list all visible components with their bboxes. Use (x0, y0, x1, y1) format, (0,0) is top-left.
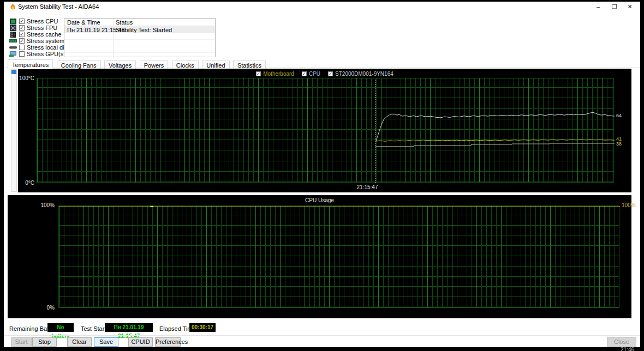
usage-max-label-right: 100% (622, 202, 636, 208)
log-header-datetime[interactable]: Date & Time (67, 19, 100, 26)
log-header-status[interactable]: Status (116, 19, 133, 26)
y-axis-max-label: 100°C (18, 75, 34, 81)
stress-fpu-label: Stress FPU (27, 25, 57, 31)
legend-disk-checkbox[interactable]: ✓ (328, 71, 333, 76)
stress-fpu-row: ✓ Stress FPU (9, 25, 57, 31)
legend-cpu-checkbox[interactable]: ✓ (302, 71, 307, 76)
save-button[interactable]: Save (94, 337, 118, 347)
legend-cpu-label: CPU (309, 71, 320, 77)
disk-icon (9, 45, 17, 51)
cpu-value-label: 64 (616, 113, 622, 118)
close-button[interactable]: Close (607, 337, 636, 347)
stress-fpu-checkbox[interactable]: ✓ (19, 25, 25, 31)
cpuid-button[interactable]: CPUID (128, 337, 153, 347)
tab-unified[interactable]: Unified (202, 60, 229, 69)
temperature-series-lines (375, 78, 615, 183)
y-axis-min-label: 0°C (18, 180, 34, 186)
test-started-value: Пн 21.01.19 21:15:47 (105, 323, 153, 332)
event-log-list[interactable]: Date & Time Status Пн 21.01.19 21:15:48 … (64, 18, 216, 57)
temperature-chart: ✓ Motherboard ✓ CPU ✓ ST2000DM001-9YN164… (18, 69, 631, 192)
remaining-battery-value: No battery (47, 323, 74, 332)
tab-statistics[interactable]: Statistics (233, 60, 266, 69)
stress-cpu-row: ✓ Stress CPU (9, 18, 58, 25)
cpu-usage-title: CPU Usage (8, 197, 631, 203)
stress-cache-row: ✓ Stress cache (9, 31, 62, 38)
tab-strip: Temperatures Cooling Fans Voltages Power… (4, 59, 640, 68)
gpu-icon (9, 51, 17, 57)
title-bar: System Stability Test - AIDA64 – ❐ ✕ (4, 2, 640, 12)
legend-disk-label: ST2000DM001-9YN164 (335, 71, 393, 77)
usage-min-label-left: 0% (27, 305, 55, 311)
stress-memory-checkbox[interactable]: ✓ (19, 38, 25, 44)
log-header: Date & Time Status (64, 19, 215, 26)
elapsed-time-value: 00:30:17 (189, 323, 216, 332)
log-cell-status: Stability Test: Started (116, 27, 172, 33)
temperature-plot-area (37, 78, 614, 183)
legend-item-motherboard: ✓ Motherboard (256, 71, 294, 77)
start-button[interactable]: Start (11, 337, 32, 347)
preferences-button[interactable]: Preferences (155, 337, 181, 347)
legend-motherboard-checkbox[interactable]: ✓ (256, 71, 261, 76)
cpu-usage-chart: CPU Usage 100% 100% 0% (8, 195, 631, 318)
clear-button[interactable]: Clear (67, 337, 92, 347)
stress-gpu-row: Stress GPU(s) (9, 51, 65, 57)
maximize-button[interactable]: ❐ (606, 2, 623, 12)
test-start-marker-time: 21:15:47 (345, 184, 389, 190)
log-empty-row (64, 40, 215, 46)
window-title: System Stability Test - AIDA64 (18, 3, 99, 10)
stress-gpu-label: Stress GPU(s) (27, 51, 65, 57)
memory-icon (9, 38, 17, 44)
legend-motherboard-label: Motherboard (263, 71, 294, 77)
cpu-icon (9, 19, 17, 25)
log-row[interactable]: Пн 21.01.19 21:15:48 Stability Test: Sta… (64, 26, 215, 33)
tab-voltages[interactable]: Voltages (104, 60, 136, 69)
tab-powers[interactable]: Powers (140, 60, 169, 69)
button-divider (4, 335, 640, 336)
chart-scale-scrollbar[interactable] (11, 69, 17, 192)
fpu-icon (9, 25, 17, 31)
cache-icon (9, 32, 17, 38)
usage-max-label-left: 100% (27, 202, 55, 208)
stop-button[interactable]: Stop (32, 337, 57, 347)
tab-clocks[interactable]: Clocks (172, 60, 199, 69)
taskbar-clock-partial: 21:46 (621, 347, 639, 351)
stress-gpu-checkbox[interactable] (19, 51, 25, 57)
cpu-usage-plot-area (58, 205, 619, 308)
stress-cpu-checkbox[interactable]: ✓ (19, 19, 25, 24)
stress-cache-checkbox[interactable]: ✓ (19, 32, 25, 37)
cpu-usage-series-line (59, 206, 620, 308)
scrollbar-thumb[interactable] (11, 70, 16, 74)
stress-cpu-label: Stress CPU (27, 18, 58, 25)
stress-disks-checkbox[interactable] (19, 45, 25, 50)
app-window: System Stability Test - AIDA64 – ❐ ✕ ✓ S… (4, 2, 640, 347)
close-window-button[interactable]: ✕ (622, 2, 638, 12)
tab-cooling-fans[interactable]: Cooling Fans (57, 60, 101, 69)
tab-temperatures[interactable]: Temperatures (8, 59, 53, 69)
temperature-chart-legend: ✓ Motherboard ✓ CPU ✓ ST2000DM001-9YN164 (18, 71, 631, 77)
aida64-flame-icon (9, 3, 16, 10)
legend-item-cpu: ✓ CPU (302, 71, 320, 77)
minimize-button[interactable]: – (590, 2, 606, 12)
legend-item-disk: ✓ ST2000DM001-9YN164 (328, 71, 393, 77)
disk-value-label: 38 (616, 141, 622, 147)
stress-cache-label: Stress cache (27, 31, 62, 38)
log-empty-row (64, 33, 215, 40)
log-empty-row (64, 46, 215, 53)
